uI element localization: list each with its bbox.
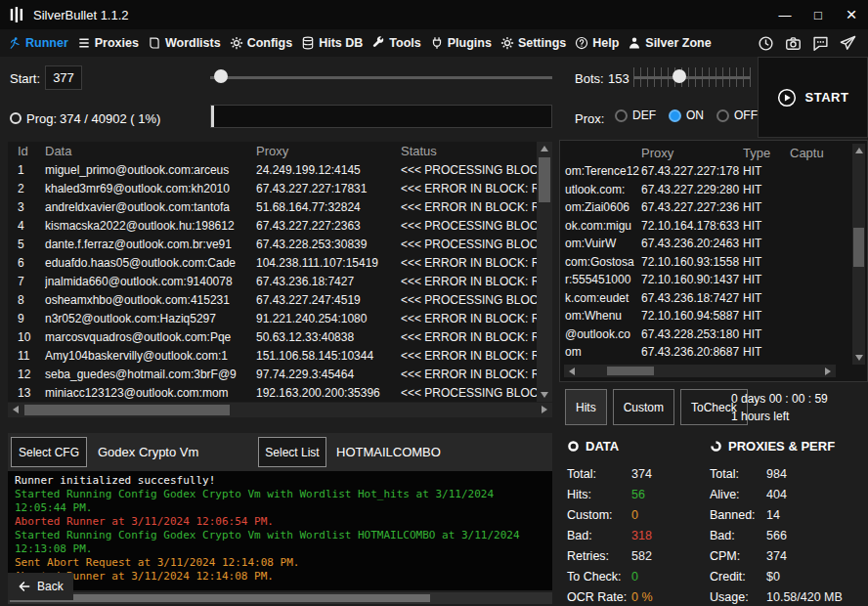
scroll-down-arrow[interactable] <box>537 388 552 402</box>
scroll-up-arrow[interactable] <box>851 144 867 157</box>
runner-table-row[interactable]: 10marcosvquadros@outlook.com:Pqe50.63.12… <box>18 327 537 346</box>
proxies-icon <box>77 36 91 50</box>
nav-item-help[interactable]: Help <box>575 36 619 50</box>
hits-table-row[interactable]: com:Gostosa72.10.160.93:1558HIT <box>565 253 850 272</box>
hits-table-hscrollbar[interactable] <box>564 365 836 377</box>
prox-option-def[interactable]: DEF <box>615 108 656 122</box>
start-button[interactable]: START <box>758 57 868 138</box>
log-line: Aborted Runner at 3/11/2024 12:14:08 PM. <box>15 570 545 584</box>
slider-thumb[interactable] <box>214 69 228 83</box>
nav-item-proxies[interactable]: Proxies <box>77 36 139 50</box>
scrollbar-thumb[interactable] <box>607 367 654 375</box>
runner-table-row[interactable]: 1miguel_primo@outlook.com:arceus24.249.1… <box>18 160 537 179</box>
hits-table-row[interactable]: om:Terence1267.43.227.227:178HIT <box>565 162 850 181</box>
log-area[interactable]: Runner initialized succesfully!Started R… <box>8 471 552 590</box>
runner-table-row[interactable]: 4kismacska2022@outlook.hu:19861267.43.22… <box>18 216 537 235</box>
column-header[interactable]: Data <box>45 144 256 158</box>
runner-table-vscrollbar[interactable] <box>537 142 552 402</box>
slider-track <box>210 76 552 79</box>
prox-option-on[interactable]: ON <box>669 108 704 122</box>
bots-slider[interactable] <box>633 65 751 90</box>
column-header[interactable]: Id <box>18 144 45 158</box>
config-bar: Select CFG Godex Crypto Vm Select List H… <box>8 433 552 471</box>
column-header[interactable]: Proxy <box>641 146 743 160</box>
stat-row: Custom:0 <box>567 504 708 525</box>
runner-table-row[interactable]: 8osheamxhbo@outlook.com:41523167.43.227.… <box>18 290 537 309</box>
scroll-left-arrow[interactable] <box>8 403 23 415</box>
column-header[interactable]: Captu <box>790 146 850 160</box>
progress-fill <box>211 106 214 127</box>
runner-table-row[interactable]: 13miniacc123123@outlook.com:mom192.163.2… <box>18 383 537 402</box>
scroll-down-arrow[interactable] <box>851 351 867 365</box>
close-button[interactable]: × <box>835 0 868 29</box>
chat-icon <box>812 35 829 52</box>
tab-hits[interactable]: Hits <box>565 389 607 425</box>
app-logo-icon <box>10 6 24 23</box>
column-header[interactable]: Status <box>401 144 537 158</box>
progress-radio-icon[interactable] <box>10 112 22 124</box>
scroll-up-arrow[interactable] <box>537 142 552 155</box>
play-icon <box>777 88 797 108</box>
hits-table-row[interactable]: @outlook.co67.43.228.253:180HIT <box>565 325 850 344</box>
start-position-slider[interactable] <box>210 69 552 85</box>
runner-table-row[interactable]: 6eduafdo.haas05@outlook.com:Cade104.238.… <box>18 253 537 272</box>
nav-item-tools[interactable]: Tools <box>371 36 420 50</box>
proxy-stats-header: PROXIES & PERF <box>710 436 868 455</box>
radio-icon <box>716 109 729 122</box>
runner-table-row[interactable]: 12seba_guedes@hotmail.com:3brF@997.74.22… <box>18 365 537 383</box>
scroll-right-arrow[interactable] <box>820 365 836 377</box>
window-title: SilverBullet 1.1.2 <box>33 8 129 22</box>
scrollbar-thumb[interactable] <box>24 405 230 415</box>
select-list-button[interactable]: Select List <box>258 437 326 467</box>
scrollbar-thumb[interactable] <box>853 228 864 267</box>
hits-table-row[interactable]: r:55545100072.10.160.90:1437HIT <box>565 271 850 289</box>
hitsdb-icon <box>301 36 315 50</box>
scroll-left-arrow[interactable] <box>564 365 580 377</box>
tab-custom[interactable]: Custom <box>613 389 674 425</box>
prox-option-off[interactable]: OFF <box>716 108 758 122</box>
back-hand-icon <box>18 580 31 593</box>
start-label: Start: <box>10 71 40 86</box>
hits-table-row[interactable]: utlook.com:67.43.227.229:280HIT <box>565 181 850 199</box>
nav-item-runner[interactable]: Runner <box>8 36 68 50</box>
hits-table-row[interactable]: om:Whenu72.10.160.94:5887HIT <box>565 307 850 325</box>
scrollbar-thumb[interactable] <box>539 157 550 202</box>
column-header[interactable]: Type <box>743 146 790 160</box>
runner-table-row[interactable]: 9n3r052@outlook.com:Haziq529791.221.240.… <box>18 309 537 327</box>
nav-item-silver-zone[interactable]: Silver Zone <box>628 36 711 50</box>
back-button[interactable]: Back <box>8 573 73 600</box>
slider-thumb[interactable] <box>673 69 686 83</box>
nav-item-configs[interactable]: Configs <box>230 36 293 50</box>
history-button[interactable] <box>758 34 774 52</box>
runner-table-hscrollbar[interactable] <box>8 403 552 417</box>
hits-table-row[interactable]: om:Ziai060667.43.227.227:236HIT <box>565 198 850 217</box>
runner-table-row[interactable]: 11Amy104baskervilly@outlook.com:1151.106… <box>18 346 537 365</box>
runner-table-row[interactable]: 3andreldxavier@outlook.com:tantofa51.68.… <box>18 197 537 216</box>
nav-item-wordlists[interactable]: Wordlists <box>148 36 221 50</box>
hits-table-row[interactable]: k.com:eudet67.43.236.18:7427HIT <box>565 289 850 308</box>
maximize-button[interactable]: □ <box>802 0 835 29</box>
hits-table-row[interactable]: ok.com:migu72.10.164.178:633HIT <box>565 217 850 236</box>
log-hscrollbar[interactable] <box>8 592 552 604</box>
start-position-input[interactable] <box>45 65 82 90</box>
minimize-button[interactable]: — <box>768 0 802 29</box>
runner-table-row[interactable]: 2khaled3mr69@outlook.com:kh201067.43.227… <box>18 179 537 197</box>
scroll-right-arrow[interactable] <box>537 403 552 415</box>
hits-table-row[interactable]: om:VuirW67.43.236.20:2463HIT <box>565 235 850 253</box>
column-header[interactable]: Proxy <box>256 144 401 158</box>
camera-button[interactable] <box>785 34 802 52</box>
runner-table-row[interactable]: 5dante.f.ferraz@outlook.com.br:ve9167.43… <box>18 235 537 253</box>
nav-item-hits-db[interactable]: Hits DB <box>301 36 363 50</box>
stat-row: Credit:$0 <box>710 566 868 586</box>
runner-table-row[interactable]: 7jnalmida660@outlook.com:914007867.43.23… <box>18 272 537 290</box>
runner-table-header: IdDataProxyStatus <box>18 142 537 160</box>
log-line: Aborted Runner at 3/11/2024 12:06:54 PM. <box>15 515 545 529</box>
select-cfg-button[interactable]: Select CFG <box>11 437 87 467</box>
stat-row: Retries:582 <box>567 545 708 566</box>
nav-item-plugins[interactable]: Plugins <box>430 36 492 50</box>
hits-table-row[interactable]: om67.43.236.20:8687HIT <box>565 343 850 362</box>
chat-button[interactable] <box>812 34 829 52</box>
nav-item-settings[interactable]: Settings <box>500 36 566 50</box>
send-button[interactable] <box>840 34 856 52</box>
hits-table-vscrollbar[interactable] <box>852 144 865 365</box>
